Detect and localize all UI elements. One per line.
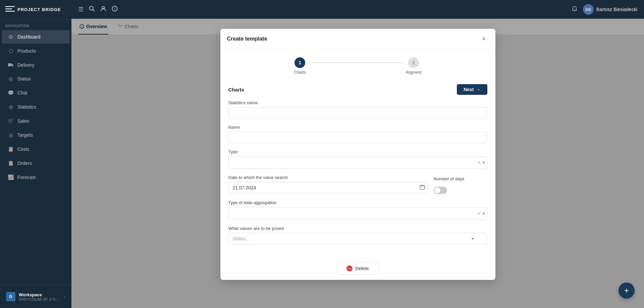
modal-close-button[interactable]: × xyxy=(479,34,489,44)
aggregation-select-wrap: × ▾ xyxy=(228,207,487,220)
sidebar-item-statistics[interactable]: ◎ Statistics xyxy=(2,100,69,114)
sidebar-item-label: Chat xyxy=(17,90,28,96)
statistics-name-label: Statistics name xyxy=(228,100,487,105)
number-of-days-label: Number of days xyxy=(434,176,487,181)
delivery-icon xyxy=(7,62,14,68)
sidebar-item-sales[interactable]: 🛒 Sales xyxy=(2,114,69,128)
content-area: i Overview Charts Create template × xyxy=(71,19,644,308)
workspace-avatar: G xyxy=(6,292,15,301)
type-group: Type × ▾ xyxy=(228,149,487,169)
sidebar-item-products[interactable]: ⬡ Products xyxy=(2,44,69,58)
sidebar-item-orders[interactable]: 📋 Orders xyxy=(2,157,69,170)
type-select-wrap: × ▾ xyxy=(228,156,487,169)
name-input[interactable] xyxy=(228,132,487,143)
statistics-name-group: Statistics name xyxy=(228,100,487,119)
step-1: 1 Charts xyxy=(294,57,306,75)
values-placeholder: Select... xyxy=(233,236,250,241)
date-group: Date to which the value search xyxy=(228,175,428,193)
costs-icon: 📋 xyxy=(7,146,14,152)
sidebar-item-label: Dashboard xyxy=(17,34,41,40)
workspace-sub: GREYCOLAB SP. Z O... xyxy=(19,297,61,301)
sidebar-item-label: Statistics xyxy=(17,104,36,110)
nav-label: NAVIGATION xyxy=(0,19,71,30)
type-select-icons: × ▾ xyxy=(476,156,487,169)
number-of-days-toggle[interactable] xyxy=(434,187,447,194)
type-dropdown-icon[interactable]: ▾ xyxy=(483,160,485,165)
sidebar-item-costs[interactable]: 📋 Costs xyxy=(2,142,69,156)
sidebar-item-chat[interactable]: 💬 Chat xyxy=(2,86,69,100)
sidebar-item-label: Forecast xyxy=(17,175,36,180)
app-name: PROJECT BRIDGE xyxy=(17,7,61,12)
workspace-name: Workspace xyxy=(19,292,61,297)
step-1-circle: 1 xyxy=(294,57,305,68)
app-logo: PROJECT BRIDGE xyxy=(0,0,71,19)
sidebar-item-dashboard[interactable]: ⊙ Dashboard xyxy=(2,30,69,44)
modal-footer: — Delete xyxy=(220,258,495,280)
sidebar-item-status[interactable]: ◎ Status xyxy=(2,72,69,85)
topbar-right: BB Bartosz Biesiadecki xyxy=(572,4,637,15)
modal-body: 1 Charts 2 Aligment xyxy=(220,49,495,280)
number-of-days-group: Number of days xyxy=(434,175,487,194)
targets-icon: ◎ xyxy=(7,132,14,138)
search-icon[interactable] xyxy=(89,6,95,13)
aggregation-clear-icon[interactable]: × xyxy=(476,210,482,217)
svg-line-7 xyxy=(93,9,95,11)
status-icon: ◎ xyxy=(7,76,14,82)
workspace-selector[interactable]: G Workspace GREYCOLAB SP. Z O... › xyxy=(3,289,68,304)
sidebar-item-label: Products xyxy=(17,48,36,54)
chevron-right-icon: › xyxy=(64,294,65,299)
statistics-icon: ◎ xyxy=(7,104,14,110)
svg-rect-1 xyxy=(5,8,12,9)
delete-icon: — xyxy=(346,265,353,271)
user-avatar: BB xyxy=(583,4,594,15)
date-label: Date to which the value search xyxy=(228,175,428,180)
chat-icon: 💬 xyxy=(7,90,14,96)
sidebar-item-label: Costs xyxy=(17,146,30,152)
aggregation-dropdown-icon[interactable]: ▾ xyxy=(483,211,485,216)
type-select[interactable] xyxy=(228,156,487,169)
main-area: ☰ i xyxy=(71,0,644,308)
delete-button[interactable]: — Delete xyxy=(337,262,378,274)
bell-icon[interactable] xyxy=(572,6,578,13)
date-input[interactable] xyxy=(228,182,428,193)
type-label: Type xyxy=(228,149,487,154)
sidebar-item-label: Orders xyxy=(17,161,32,166)
aggregation-label: Type of data aggregation xyxy=(228,200,487,205)
user-name: Bartosz Biesiadecki xyxy=(596,7,637,12)
svg-point-11 xyxy=(574,10,575,11)
step-2-label: Aligment xyxy=(406,70,422,75)
orders-icon: 📋 xyxy=(7,160,14,166)
next-button[interactable]: Next → xyxy=(457,84,487,95)
form-section: Charts Next → Statistics name xyxy=(220,80,495,258)
logo-icon xyxy=(5,6,15,13)
type-clear-icon[interactable]: × xyxy=(476,159,482,166)
sidebar-item-targets[interactable]: ◎ Targets xyxy=(2,128,69,142)
step-1-label: Charts xyxy=(294,70,306,75)
name-label: Name xyxy=(228,125,487,130)
menu-icon[interactable]: ☰ xyxy=(78,6,84,13)
values-group: What values are to be posed Select... ▾ xyxy=(228,226,487,244)
aggregation-select[interactable] xyxy=(228,207,487,220)
person-icon[interactable] xyxy=(100,6,106,13)
modal-overlay: Create template × 1 Charts xyxy=(71,19,644,308)
values-select[interactable]: Select... ▾ xyxy=(228,233,487,244)
step-2-circle: 2 xyxy=(408,57,419,68)
sidebar-item-delivery[interactable]: Delivery xyxy=(2,58,69,71)
date-input-wrap xyxy=(228,182,428,193)
dashboard-icon: ⊙ xyxy=(7,34,14,40)
modal-title: Create template xyxy=(227,36,267,42)
sidebar-item-label: Delivery xyxy=(17,62,35,68)
info-icon[interactable]: i xyxy=(112,6,118,13)
values-select-wrap: Select... ▾ xyxy=(228,233,487,244)
add-fab-button[interactable]: + xyxy=(619,283,635,299)
modal-header: Create template × xyxy=(220,29,495,49)
sidebar-item-forecast[interactable]: 📈 Forecast xyxy=(2,171,69,184)
name-group: Name xyxy=(228,125,487,143)
workspace-text: Workspace GREYCOLAB SP. Z O... xyxy=(19,292,61,301)
statistics-name-input[interactable] xyxy=(228,107,487,119)
topbar-left: ☰ i xyxy=(78,6,118,13)
sidebar-bottom: G Workspace GREYCOLAB SP. Z O... › xyxy=(0,285,71,308)
user-menu[interactable]: BB Bartosz Biesiadecki xyxy=(583,4,637,15)
form-section-header: Charts Next → xyxy=(228,80,487,100)
sales-icon: 🛒 xyxy=(7,118,14,124)
